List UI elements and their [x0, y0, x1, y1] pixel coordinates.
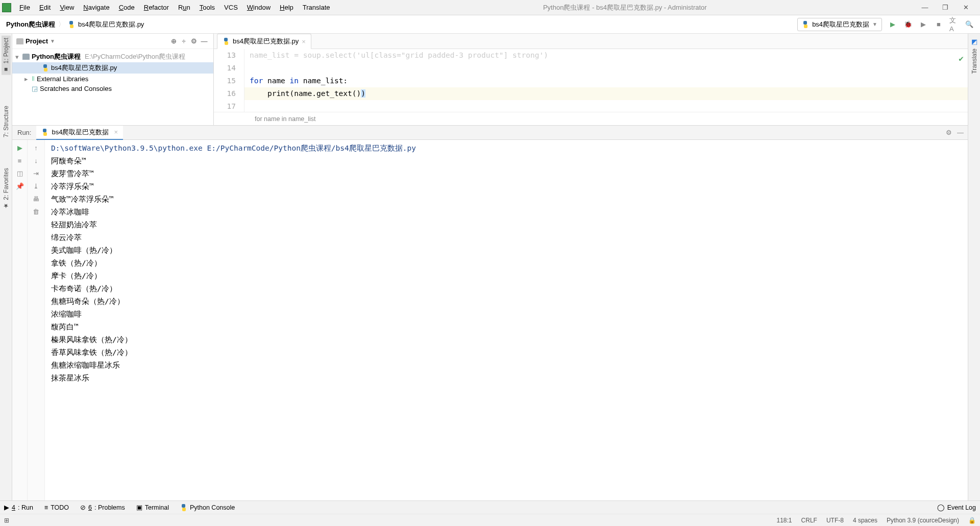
main-menu: File Edit View Navigate Code Refactor Ru… [15, 3, 334, 12]
status-encoding[interactable]: UTF-8 [826, 517, 844, 524]
editor-tab-label: bs4爬取星巴克数据.py [233, 37, 299, 46]
rail-favorites[interactable]: ★ 2: Favorites [3, 168, 10, 209]
project-panel-title: Project [26, 37, 48, 45]
scroll-icon[interactable]: ⤓ [33, 182, 39, 190]
menu-edit[interactable]: Edit [35, 3, 55, 12]
run-label: Run: [16, 129, 36, 136]
breadcrumb: Python爬虫课程 〉 bs4爬取星巴克数据.py [6, 20, 144, 29]
editor-breadcrumb[interactable]: for name in name_list [214, 112, 968, 125]
tree-project-root[interactable]: ▾ Python爬虫课程 E:\PyCharmCode\Python爬虫课程 [12, 51, 213, 62]
status-interpreter[interactable]: Python 3.9 (courceDesign) [887, 517, 959, 524]
bottom-problems[interactable]: ⊘ 6: Problems [80, 504, 125, 511]
up-icon[interactable]: ↑ [34, 144, 38, 152]
menu-vcs[interactable]: VCS [220, 3, 242, 12]
tree-scratch-label: Scratches and Consoles [40, 85, 112, 92]
scratches-icon: ◲ [32, 85, 38, 92]
code-area[interactable]: ✔ 13 14 15 16 17 name_list = soup.select… [214, 49, 968, 112]
rail-structure[interactable]: 7: Structure [3, 106, 10, 137]
menu-translate[interactable]: Translate [299, 3, 334, 12]
tree-root-label: Python爬虫课程 [32, 52, 81, 61]
close-window-button[interactable]: ✕ [957, 2, 975, 13]
stop-icon[interactable]: ■ [18, 157, 22, 164]
layout-icon[interactable]: ◫ [17, 170, 23, 177]
status-caret-pos[interactable]: 118:1 [777, 517, 792, 524]
trash-icon[interactable]: 🗑 [33, 208, 39, 216]
run-config-name: bs4爬取星巴克数据 [812, 20, 869, 29]
hide-panel-icon[interactable]: — [199, 37, 209, 45]
search-everywhere-button[interactable]: 🔍 [965, 20, 974, 29]
left-tool-rail: ■ 1: Project 7: Structure ★ 2: Favorites [0, 34, 12, 500]
window-title: Python爬虫课程 - bs4爬取星巴克数据.py - Administrat… [334, 3, 916, 12]
run-nav-gutter: ↑ ↓ ⇥ ⤓ 🖶 🗑 [28, 140, 45, 500]
python-file-icon [68, 21, 75, 28]
menu-view[interactable]: View [56, 3, 78, 12]
menu-file[interactable]: File [15, 3, 34, 12]
chevron-down-icon: ▼ [872, 21, 877, 27]
run-output[interactable]: D:\softWare\Python3.9.5\python.exe E:/Py… [45, 140, 968, 500]
maximize-button[interactable]: ❐ [936, 2, 954, 13]
breadcrumb-file[interactable]: bs4爬取星巴克数据.py [78, 20, 144, 29]
python-icon [802, 21, 809, 28]
tree-extlib-label: External Libraries [37, 75, 88, 83]
run-tab-label: bs4爬取星巴克数据 [52, 128, 109, 137]
rail-project[interactable]: ■ 1: Project [2, 36, 11, 75]
status-bar: ⊞ 118:1 CRLF UTF-8 4 spaces Python 3.9 (… [0, 514, 980, 526]
settings-icon[interactable]: ⚙ [189, 37, 199, 45]
app-icon [2, 3, 11, 12]
print-icon[interactable]: 🖶 [33, 195, 39, 203]
wrap-icon[interactable]: ⇥ [33, 170, 39, 177]
python-file-icon [42, 64, 49, 71]
stop-button[interactable]: ■ [934, 20, 943, 29]
breadcrumb-project[interactable]: Python爬虫课程 [6, 20, 55, 29]
folder-icon [22, 54, 30, 60]
bottom-pyconsole[interactable]: Python Console [180, 504, 235, 511]
tree-file[interactable]: bs4爬取星巴克数据.py [12, 62, 213, 74]
folder-icon [16, 38, 23, 44]
right-tool-rail: ◩ Translate [968, 34, 980, 500]
bottom-eventlog[interactable]: ◯ Event Log [937, 504, 976, 511]
run-tool-window: Run: bs4爬取星巴克数据 × ⚙ — ▶ ■ ◫ 📌 [12, 126, 968, 500]
minimize-button[interactable]: — [916, 2, 934, 13]
bottom-terminal[interactable]: ▣ Terminal [136, 504, 169, 511]
locate-icon[interactable]: ⊕ [168, 37, 179, 45]
translate-button[interactable]: 文A [949, 20, 959, 29]
run-tab[interactable]: bs4爬取星巴克数据 × [36, 126, 123, 140]
bottom-run[interactable]: ▶ 4: Run [4, 504, 33, 511]
menu-help[interactable]: Help [276, 3, 298, 12]
python-file-icon [223, 38, 230, 45]
python-icon [180, 504, 187, 511]
debug-button[interactable]: 🐞 [903, 20, 913, 29]
menu-code[interactable]: Code [115, 3, 139, 12]
tree-scratches[interactable]: ◲ Scratches and Consoles [12, 84, 213, 93]
rail-translate[interactable]: Translate [971, 49, 978, 74]
rerun-icon[interactable]: ▶ [17, 144, 22, 152]
ide-settings-icon[interactable]: ◩ [971, 38, 977, 45]
pin-icon[interactable]: 📌 [16, 182, 24, 190]
menu-run[interactable]: Run [174, 3, 194, 12]
hide-run-icon[interactable]: — [957, 129, 964, 136]
tree-root-path: E:\PyCharmCode\Python爬虫课程 [85, 52, 185, 61]
status-lock-icon[interactable]: 🔒 [968, 517, 976, 524]
status-indent[interactable]: 4 spaces [853, 517, 877, 524]
status-windows-icon[interactable]: ⊞ [4, 517, 9, 524]
bottom-todo[interactable]: ≡ TODO [44, 504, 69, 511]
gutter: 13 14 15 16 17 [214, 49, 244, 112]
run-config-select[interactable]: bs4爬取星巴克数据 ▼ [797, 18, 882, 31]
menu-tools[interactable]: Tools [195, 3, 219, 12]
menu-refactor[interactable]: Refactor [140, 3, 173, 12]
editor-tab[interactable]: bs4爬取星巴克数据.py × [217, 34, 311, 49]
collapse-icon[interactable]: ÷ [179, 37, 189, 45]
project-panel: Project ▼ ⊕ ÷ ⚙ — ▾ Python爬虫课程 E:\PyChar… [12, 34, 214, 125]
libs-icon: ⫴ [32, 75, 35, 83]
run-settings-icon[interactable]: ⚙ [946, 129, 952, 136]
close-run-tab-icon[interactable]: × [114, 128, 118, 136]
coverage-button[interactable]: ▶ [919, 20, 928, 29]
run-button[interactable]: ▶ [888, 20, 897, 29]
close-tab-icon[interactable]: × [302, 38, 306, 45]
menu-window[interactable]: Window [243, 3, 275, 12]
python-icon [41, 129, 48, 136]
status-eol[interactable]: CRLF [801, 517, 817, 524]
menu-navigate[interactable]: Navigate [79, 3, 113, 12]
tree-external-libs[interactable]: ▸ ⫴ External Libraries [12, 74, 213, 84]
down-icon[interactable]: ↓ [34, 157, 38, 164]
